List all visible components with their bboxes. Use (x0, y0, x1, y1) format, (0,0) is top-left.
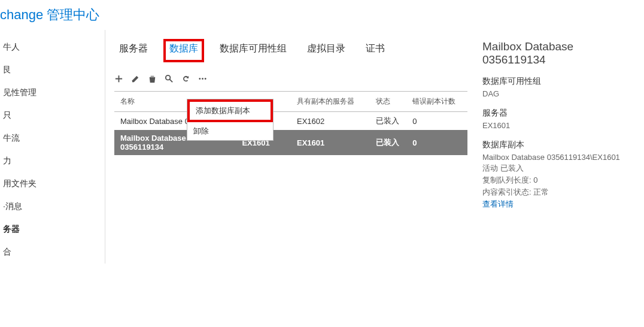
tab[interactable]: 服务器 (114, 40, 153, 57)
tab[interactable]: 数据库 (163, 39, 204, 62)
table-cell: 已装入 (370, 130, 406, 155)
copy-value-2: 活动 已装入 (482, 163, 635, 174)
svg-point-3 (205, 78, 206, 80)
details-title: Mailbox Database 0356119134 (482, 40, 635, 66)
menu-item[interactable]: 添加数据库副本 (187, 99, 273, 122)
context-menu: 添加数据库副本卸除 (187, 99, 274, 141)
menu-item[interactable]: 卸除 (187, 122, 273, 140)
server-value: EX1601 (482, 121, 635, 130)
server-label: 服务器 (482, 108, 635, 119)
tab[interactable]: 证书 (361, 40, 390, 57)
sidebar-item[interactable]: 务器 (0, 218, 105, 241)
copy-label: 数据库副本 (482, 140, 635, 150)
search-icon[interactable] (165, 74, 174, 85)
sidebar-item[interactable]: 用文件夹 (0, 172, 105, 195)
edit-icon[interactable] (131, 74, 140, 85)
details-pane: Mailbox Database 0356119134 数据库可用性组 DAG … (473, 36, 635, 264)
copy-value-1: Mailbox Database 0356119134\EX1601 (482, 153, 635, 162)
tab[interactable]: 数据库可用性组 (215, 40, 291, 57)
sidebar-item[interactable]: ·消息 (0, 195, 105, 218)
dag-value: DAG (482, 89, 635, 98)
toolbar (114, 74, 473, 85)
column-header[interactable]: 状态 (370, 92, 406, 112)
tab[interactable]: 虚拟目录 (302, 40, 350, 57)
svg-point-2 (202, 78, 203, 80)
page-title: change 管理中心 (0, 7, 99, 22)
sidebar-item[interactable]: 牛流 (0, 127, 105, 150)
refresh-icon[interactable] (181, 74, 190, 85)
table-cell: EX1601 (291, 130, 370, 155)
tabs: 服务器数据库数据库可用性组虚拟目录证书 (114, 39, 473, 62)
sidebar-item[interactable]: 牛人 (0, 36, 105, 59)
table-row[interactable]: Mailbox Database 0356119134EX1601EX1601已… (114, 130, 467, 155)
sidebar-item[interactable]: 艮 (0, 59, 105, 81)
dag-label: 数据库可用性组 (482, 76, 635, 87)
add-icon[interactable] (114, 74, 123, 85)
svg-point-0 (166, 75, 171, 80)
column-header[interactable]: 错误副本计数 (406, 92, 467, 112)
sidebar-item[interactable]: 合 (0, 241, 105, 264)
sidebar-item[interactable]: 力 (0, 150, 105, 172)
svg-point-1 (199, 78, 201, 80)
table-cell: 0 (406, 112, 467, 131)
table-cell: 0 (406, 130, 467, 155)
delete-icon[interactable] (148, 74, 157, 85)
column-header[interactable]: 具有副本的服务器 (291, 92, 370, 112)
view-details-link[interactable]: 查看详情 (482, 199, 514, 208)
sidebar: 牛人艮见性管理只牛流力用文件夹·消息务器合 (0, 30, 105, 264)
header: change 管理中心 (0, 0, 644, 30)
more-icon[interactable] (198, 74, 207, 85)
copy-value-4: 内容索引状态: 正常 (482, 187, 635, 198)
table-row[interactable]: Mailbox Database 009EX1602已装入0 (114, 112, 467, 131)
database-table: 名称具有副本的服务器状态错误副本计数 Mailbox Database 009E… (114, 91, 467, 155)
copy-value-3: 复制队列长度: 0 (482, 175, 635, 186)
sidebar-item[interactable]: 见性管理 (0, 81, 105, 104)
sidebar-item[interactable]: 只 (0, 104, 105, 127)
table-cell: 已装入 (370, 112, 406, 131)
table-cell: EX1602 (291, 112, 370, 131)
